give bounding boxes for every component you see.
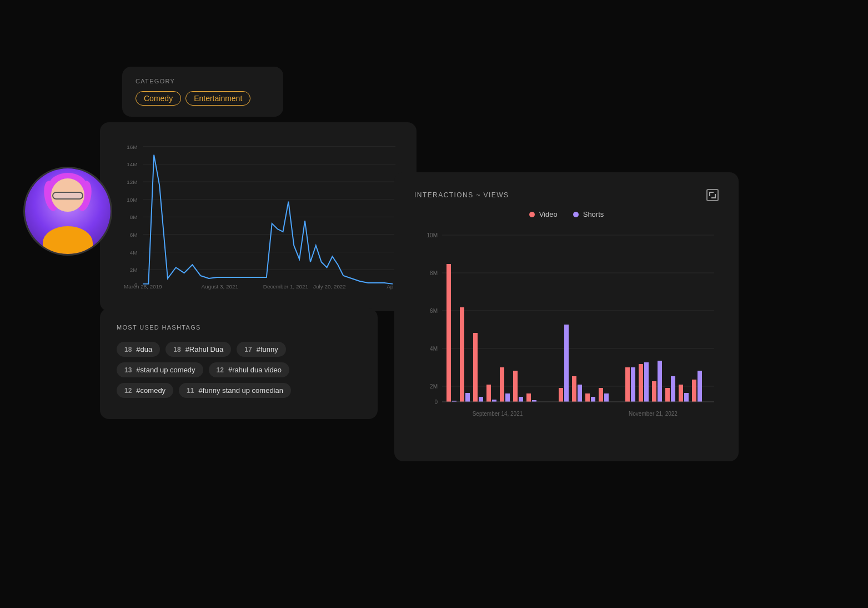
- legend-video-dot: [529, 212, 535, 217]
- hashtag-row-1: 18 #dua 18 #Rahul Dua 17 #funny: [117, 342, 361, 357]
- svg-text:4M: 4M: [430, 346, 438, 352]
- bar: [671, 376, 675, 402]
- bar: [698, 371, 702, 402]
- barchart-header: INTERACTIONS ~ VIEWS: [414, 189, 719, 201]
- svg-text:0: 0: [434, 399, 438, 405]
- svg-text:August 3, 2021: August 3, 2021: [202, 283, 239, 290]
- bar: [519, 397, 523, 402]
- bar: [625, 367, 630, 402]
- svg-text:16M: 16M: [127, 144, 137, 150]
- hashtag-chip-rahulduavideo: 12 #rahul dua video: [209, 362, 290, 377]
- hashtag-row-3: 12 #comedy 11 #funny stand up comedian: [117, 383, 361, 398]
- bar: [684, 393, 689, 402]
- svg-text:8M: 8M: [430, 270, 438, 276]
- linechart-card: 16M 14M 12M 10M 8M 6M 4M 2M 0 March 28, …: [100, 122, 417, 311]
- svg-text:8M: 8M: [130, 214, 138, 220]
- expand-icon[interactable]: [706, 189, 719, 201]
- bar: [679, 385, 683, 402]
- bar: [559, 388, 563, 402]
- category-tags: Comedy Entertainment: [136, 91, 270, 106]
- hashtag-count-funnystandup: 11: [187, 387, 194, 395]
- hashtag-count-standup: 13: [124, 366, 132, 374]
- barchart-svg: 10M 8M 6M 4M 2M 0: [414, 230, 719, 430]
- bar: [465, 393, 470, 402]
- svg-text:12M: 12M: [127, 179, 137, 185]
- avatar-body: [43, 226, 93, 254]
- hashtags-card: MOST USED HASHTAGS 18 #dua 18 #Rahul Dua…: [100, 308, 378, 419]
- svg-text:July 20, 2022: July 20, 2022: [313, 283, 346, 290]
- hashtag-tag-funny: #funny: [257, 345, 278, 353]
- bar: [486, 385, 491, 402]
- bar: [658, 361, 662, 402]
- bar: [564, 325, 569, 402]
- bar: [479, 397, 483, 402]
- hashtag-chip-standup: 13 #stand up comedy: [117, 362, 203, 377]
- category-card: CATEGORY Comedy Entertainment: [122, 67, 283, 117]
- bar: [665, 388, 670, 402]
- barchart-title: INTERACTIONS ~ VIEWS: [414, 191, 509, 199]
- bar: [692, 380, 696, 402]
- bar: [578, 385, 582, 402]
- tag-entertainment[interactable]: Entertainment: [185, 91, 250, 106]
- tag-comedy[interactable]: Comedy: [136, 91, 181, 106]
- avatar-image: [25, 168, 111, 254]
- barchart-card: INTERACTIONS ~ VIEWS Video Shorts 10M 8M…: [394, 172, 739, 461]
- hashtag-count-comedy: 12: [124, 387, 132, 395]
- bar: [644, 362, 649, 402]
- barchart-legend: Video Shorts: [414, 210, 719, 218]
- avatar: [23, 167, 112, 256]
- hashtags-title: MOST USED HASHTAGS: [117, 324, 361, 331]
- line-path: [143, 155, 393, 284]
- svg-text:September 14, 2021: September 14, 2021: [473, 411, 523, 417]
- svg-text:December 1, 2021: December 1, 2021: [263, 283, 309, 290]
- bar: [473, 333, 478, 402]
- hashtag-chip-funny: 17 #funny: [237, 342, 285, 357]
- bar: [500, 367, 504, 402]
- hashtag-count-funny: 17: [244, 346, 252, 353]
- legend-shorts: Shorts: [573, 210, 604, 218]
- svg-text:6M: 6M: [130, 232, 138, 238]
- bar: [599, 388, 603, 402]
- svg-text:4M: 4M: [130, 250, 138, 256]
- svg-text:2M: 2M: [430, 383, 438, 390]
- hashtag-chip-comedy: 12 #comedy: [117, 383, 173, 398]
- svg-text:2M: 2M: [130, 267, 138, 273]
- hashtag-tag-comedy: #comedy: [136, 386, 165, 395]
- hashtag-tag-funnystandup: #funny stand up comedian: [198, 386, 283, 395]
- bar: [526, 393, 531, 402]
- bar: [652, 381, 656, 402]
- category-label: CATEGORY: [136, 78, 270, 84]
- svg-text:10M: 10M: [127, 197, 137, 203]
- linechart-svg: 16M 14M 12M 10M 8M 6M 4M 2M 0 March 28, …: [116, 136, 401, 290]
- hashtag-tag-rahulduavideo: #rahul dua video: [228, 366, 282, 374]
- svg-text:November 21, 2022: November 21, 2022: [629, 411, 678, 417]
- bar: [446, 264, 451, 402]
- hashtag-tag-dua: #dua: [136, 345, 152, 353]
- hashtag-chip-dua: 18 #dua: [117, 342, 160, 357]
- bar: [639, 364, 643, 402]
- bar: [513, 371, 518, 402]
- legend-shorts-label: Shorts: [583, 210, 604, 218]
- bar: [604, 393, 609, 402]
- bar: [585, 393, 590, 402]
- svg-text:10M: 10M: [427, 232, 438, 238]
- svg-text:6M: 6M: [430, 308, 438, 314]
- hashtag-tag-standup: #stand up comedy: [136, 366, 195, 374]
- hashtag-tag-rahuldua: #Rahul Dua: [185, 345, 224, 353]
- legend-video: Video: [529, 210, 558, 218]
- hashtag-count-dua: 18: [124, 346, 132, 353]
- bar: [631, 367, 635, 402]
- legend-shorts-dot: [573, 212, 579, 217]
- bar: [460, 307, 464, 402]
- hashtag-count-rahuldua: 18: [173, 346, 180, 353]
- bar: [492, 400, 496, 402]
- bar: [505, 393, 510, 402]
- svg-text:14M: 14M: [127, 161, 137, 167]
- avatar-glasses: [52, 192, 83, 200]
- bar: [572, 376, 576, 402]
- hashtag-chip-funnystandup: 11 #funny stand up comedian: [179, 383, 291, 398]
- legend-video-label: Video: [539, 210, 558, 218]
- hashtag-chip-rahuldua: 18 #Rahul Dua: [165, 342, 231, 357]
- bar: [591, 397, 595, 402]
- hashtag-count-rahulduavideo: 12: [217, 366, 224, 374]
